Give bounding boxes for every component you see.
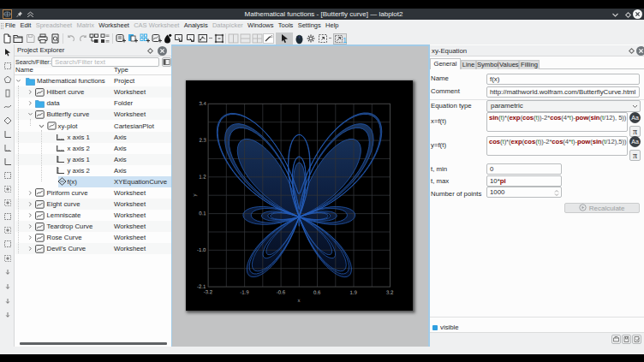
svg-text:-0.6: -0.6 (277, 290, 286, 295)
svg-text:1.2: 1.2 (199, 175, 206, 180)
svg-text:y: y (192, 193, 197, 196)
svg-text:-1.0: -1.0 (197, 247, 206, 252)
svg-text:2.3: 2.3 (199, 138, 206, 143)
svg-text:3.4: 3.4 (200, 101, 207, 106)
svg-text:0.6: 0.6 (313, 290, 321, 295)
svg-text:1: 1 (343, 35, 347, 44)
svg-text:-3.2: -3.2 (204, 289, 213, 294)
svg-text:x: x (297, 298, 300, 303)
svg-text:1.9: 1.9 (350, 290, 358, 295)
svg-text:-2.1: -2.1 (197, 284, 206, 289)
svg-text:-1.9: -1.9 (240, 289, 249, 294)
svg-text:0.1: 0.1 (199, 211, 206, 216)
svg-text:3.2: 3.2 (386, 290, 394, 295)
